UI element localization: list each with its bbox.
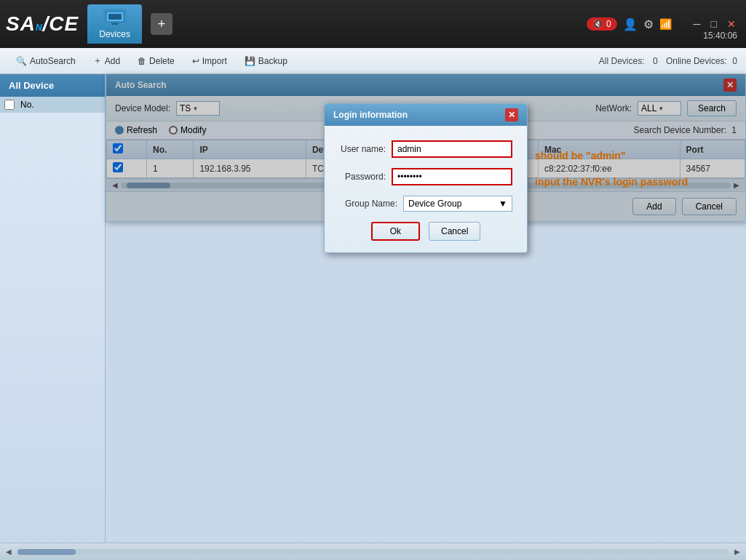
- autosearch-dialog: Auto Search ✕ Device Model: TS ▼ NetWork…: [106, 74, 746, 222]
- add-icon: ＋: [93, 55, 102, 67]
- group-value: Device Group: [408, 199, 461, 209]
- device-count-display: All Devices: 0 Online Devices: 0: [599, 56, 737, 66]
- group-arrow: ▼: [499, 199, 507, 209]
- autosearch-button[interactable]: 🔍 AutoSearch: [9, 53, 83, 69]
- import-icon: ↩: [192, 56, 199, 66]
- close-button[interactable]: ✕: [723, 17, 740, 31]
- add-tab-button[interactable]: +: [151, 13, 172, 35]
- sb-right-arrow[interactable]: ▶: [731, 548, 743, 556]
- password-input[interactable]: [392, 168, 512, 185]
- delete-button[interactable]: 🗑 Delete: [130, 53, 182, 69]
- login-body: User name: Password: Group Name: Device: [325, 126, 527, 252]
- main-toolbar: 🔍 AutoSearch ＋ Add 🗑 Delete ↩ Import 💾 B…: [0, 48, 746, 74]
- logo-accent: N: [36, 23, 43, 33]
- import-button[interactable]: ↩ Import: [185, 53, 234, 69]
- devices-tab-icon: [103, 9, 127, 28]
- cancel-button[interactable]: Cancel: [429, 222, 480, 241]
- login-close-button[interactable]: ✕: [505, 108, 518, 121]
- devices-tab-label: Devices: [99, 29, 130, 39]
- add-button[interactable]: ＋ Add: [86, 52, 127, 70]
- clock: 15:40:06: [703, 31, 737, 41]
- password-label: Password:: [339, 172, 386, 182]
- username-input[interactable]: [392, 140, 512, 158]
- group-label: Group Name:: [339, 199, 397, 209]
- sb-track[interactable]: [17, 549, 729, 555]
- password-hint: input the NVR's login password: [535, 176, 688, 188]
- settings-icon[interactable]: ⚙: [643, 17, 654, 31]
- username-row: User name:: [339, 140, 512, 158]
- main-content: All Device No. Auto Search ✕ Device Mode…: [0, 74, 746, 543]
- title-bar-left: SAN/CE Devices +: [6, 4, 172, 44]
- app-logo: SAN/CE: [6, 12, 79, 36]
- sidebar-header: No.: [0, 97, 105, 113]
- login-buttons: Ok Cancel: [339, 222, 512, 241]
- admin-hint: should be "admin": [535, 150, 626, 161]
- sidebar-no-col: No.: [20, 100, 34, 110]
- content-area: Auto Search ✕ Device Model: TS ▼ NetWork…: [106, 74, 746, 543]
- notification-badge[interactable]: 🔇 0: [587, 17, 617, 31]
- password-row: Password:: [339, 168, 512, 185]
- devices-tab[interactable]: Devices: [87, 4, 142, 44]
- user-icon: 👤: [623, 17, 638, 31]
- login-title-bar: Login information ✕: [325, 104, 527, 126]
- login-dialog-title: Login information: [333, 110, 408, 120]
- username-label: User name:: [339, 144, 386, 154]
- title-bar: SAN/CE Devices + 🔇 0 👤 ⚙ 📶 ─ □ ✕: [0, 0, 746, 48]
- restore-button[interactable]: □: [707, 17, 721, 31]
- svg-rect-1: [108, 14, 122, 20]
- title-bar-right: 🔇 0 👤 ⚙ 📶 ─ □ ✕: [587, 17, 740, 31]
- statusbar-scroll[interactable]: ◀ ▶: [0, 548, 746, 556]
- login-dialog: Login information ✕ User name: Password:: [324, 103, 528, 253]
- backup-icon: 💾: [245, 56, 255, 66]
- minimize-button[interactable]: ─: [689, 17, 705, 31]
- sb-thumb[interactable]: [17, 549, 76, 555]
- statusbar: ◀ ▶: [0, 543, 746, 560]
- network-icon: 📶: [659, 18, 672, 30]
- sidebar-select-all-checkbox[interactable]: [4, 100, 15, 110]
- backup-button[interactable]: 💾 Backup: [237, 53, 295, 69]
- group-select[interactable]: Device Group ▼: [403, 196, 512, 212]
- delete-icon: 🗑: [138, 56, 146, 66]
- login-dialog-wrapper: Login information ✕ User name: Password:: [324, 103, 528, 253]
- ok-button[interactable]: Ok: [371, 222, 420, 241]
- sidebar-title: All Device: [0, 74, 105, 97]
- sidebar: All Device No.: [0, 74, 106, 543]
- notify-count: 0: [606, 19, 611, 29]
- group-row: Group Name: Device Group ▼: [339, 196, 512, 212]
- autosearch-icon: 🔍: [16, 56, 27, 66]
- sb-left-arrow[interactable]: ◀: [3, 548, 15, 556]
- volume-icon: 🔇: [592, 19, 603, 29]
- svg-rect-3: [112, 23, 118, 25]
- login-overlay: Login information ✕ User name: Password:: [106, 74, 745, 221]
